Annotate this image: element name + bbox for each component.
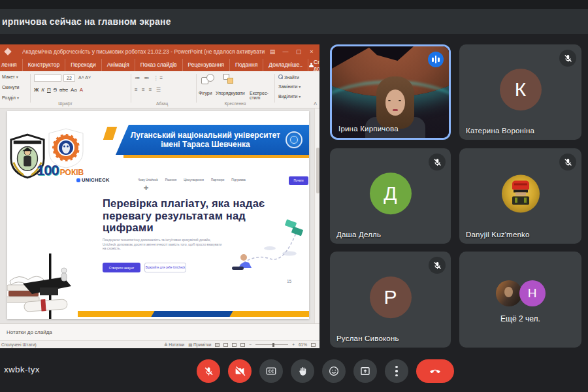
participant-tile-speaking[interactable]: Ірина Кирпичова (330, 44, 451, 140)
sorter-view-icon[interactable] (223, 343, 228, 347)
maximize-icon[interactable]: ▢ (292, 44, 305, 59)
end-call-button[interactable] (416, 359, 454, 383)
normal-view-icon[interactable] (215, 343, 220, 347)
notes-toggle[interactable]: ≜ Нотатки (164, 342, 184, 348)
avatar: Д (370, 172, 412, 214)
find-button[interactable]: Знайти (278, 74, 299, 80)
tab-view[interactable]: Подання (230, 59, 263, 71)
nav-item[interactable]: Рішення (165, 178, 177, 182)
discover-unicheck-button[interactable]: Відкрийте для себе Unicheck (144, 263, 186, 272)
replace-button[interactable]: Замінити ▾ (278, 84, 301, 89)
close-icon[interactable]: × (305, 44, 318, 59)
tab-transitions[interactable]: Переходи (65, 59, 102, 71)
zoom-level[interactable]: 61% (299, 342, 307, 347)
bullets-numbering-icons[interactable]: ≔ ≕ ⋮≡ (135, 75, 164, 81)
align-icons[interactable]: ≡ ≡ ≡ ☰ (135, 87, 162, 93)
camera-off-button[interactable] (228, 359, 252, 383)
start-button[interactable]: Почати (289, 176, 308, 185)
tab-design[interactable]: Конструктор (23, 59, 65, 71)
notes-pane[interactable]: Нотатки до слайда (0, 323, 319, 340)
kite-illustration (229, 210, 308, 276)
mic-off-icon (429, 154, 446, 171)
participant-name: Катерина Вороніна (466, 127, 534, 135)
arrange-button[interactable]: Упорядкувати (216, 91, 245, 95)
participant-name: Даша Делль (336, 231, 381, 238)
ppt-title-bar: Академічна доброчесність у письмових роб… (0, 44, 319, 59)
reactions-button[interactable] (322, 359, 346, 383)
nav-item[interactable]: Чому Unicheck (138, 178, 158, 182)
paragraph-group-label: Абзац (142, 101, 182, 106)
meeting-code: xwbk-tyx (4, 365, 40, 374)
unicheck-logo: UNICHECK (76, 177, 110, 183)
fit-to-window-icon[interactable] (311, 343, 316, 347)
banner-underline (123, 155, 309, 158)
captions-button[interactable] (259, 359, 283, 383)
zoom-slider[interactable] (255, 344, 288, 345)
avatar: Н (519, 280, 546, 306)
more-options-button[interactable] (385, 359, 408, 383)
slideshow-view-icon[interactable] (240, 343, 245, 347)
photo-avatar (496, 280, 522, 306)
ppt-window-title: Академічна доброчесність у письмових роб… (22, 48, 266, 55)
language-indicator[interactable]: Сполучені Штати) (1, 342, 37, 347)
font-size-input[interactable]: 22 (63, 74, 75, 82)
slide-canvas: 100 РОКІВ Луганський національний універ… (0, 108, 314, 323)
notification-text: ирпичова сейчас на главном экране (2, 16, 171, 27)
university-seal-icon (286, 131, 302, 148)
participant-name: Руслан Сивоконь (336, 335, 399, 342)
section-button[interactable]: Розділ ▾ (2, 95, 19, 100)
meet-window: ирпичова сейчас на главном экране Академ… (0, 0, 588, 392)
tab-insert-partial[interactable]: лення (0, 59, 23, 71)
university-banner: Луганський національний університет імен… (116, 125, 309, 155)
slide: 100 РОКІВ Луганський національний універ… (7, 111, 309, 319)
anniversary-word: РОКІВ (60, 168, 84, 177)
participant-tile[interactable]: Д Даша Делль (330, 148, 451, 244)
layout-button[interactable]: Макет ▾ (2, 74, 18, 79)
italic-icon: К (41, 87, 44, 93)
graduation-books-image (7, 253, 80, 319)
participant-tile[interactable]: К Катерина Вороніна (459, 44, 581, 140)
reading-view-icon[interactable] (232, 343, 237, 347)
mic-off-icon (559, 154, 576, 171)
slide-scrollbar[interactable] (314, 108, 319, 323)
search-icon (278, 74, 283, 79)
font-format-buttons[interactable]: ЖКПSabcAaA (34, 87, 86, 93)
case-icon: Aa (71, 87, 77, 93)
quick-styles-button[interactable]: Експрес-стилі (250, 91, 272, 100)
select-button[interactable]: Виділити ▾ (278, 94, 301, 99)
share-button[interactable]: Спільний доступ (308, 59, 319, 72)
participant-name: Danyjil Kuz'menko (466, 231, 530, 238)
shapes-button[interactable]: Фігури (199, 91, 212, 95)
zoom-in-icon[interactable]: + (292, 342, 295, 347)
reset-button[interactable]: Скинути (2, 85, 20, 90)
nav-item[interactable]: Підтримка (231, 178, 246, 182)
strikethrough-icon: abc (59, 87, 68, 93)
underline-icon: П (47, 87, 51, 93)
avatar: К (500, 69, 542, 110)
grow-shrink-font-icons[interactable]: A˄ A˅ (78, 75, 91, 80)
university-name: Луганський національний університет імен… (131, 131, 280, 149)
slide-footer-stripe (78, 311, 309, 317)
tab-slideshow[interactable]: Показ слайдів (135, 59, 183, 71)
font-group-label: Шрифт (46, 101, 85, 106)
minimize-icon[interactable]: — (279, 44, 292, 59)
overflow-tile[interactable]: Н Ещё 2 чел. (459, 252, 581, 348)
comments-toggle[interactable]: ▤ Примітки (188, 342, 211, 348)
participant-tile[interactable]: Danyjil Kuz'menko (459, 148, 581, 244)
tab-tell-me[interactable]: Докладніше.. (263, 59, 308, 71)
ribbon-options-icon[interactable]: ▤ (266, 44, 279, 59)
font-name-input[interactable] (34, 74, 61, 82)
tab-animations[interactable]: Анімація (102, 59, 135, 71)
zoom-out-icon[interactable]: − (249, 342, 252, 347)
create-account-button[interactable]: Створити акаунт (103, 263, 140, 272)
collapse-ribbon-icon[interactable]: ᐱ (314, 101, 317, 106)
tab-review[interactable]: Рецензування (183, 59, 230, 71)
participant-tile[interactable]: Р Руслан Сивоконь (330, 252, 451, 348)
nav-item[interactable]: Ціноутворення (184, 178, 204, 182)
mic-mute-button[interactable] (197, 359, 220, 383)
nav-item[interactable]: Партнери (211, 178, 224, 182)
raise-hand-button[interactable] (291, 359, 314, 383)
footer-stripe-blue (151, 311, 233, 317)
present-button[interactable] (353, 359, 377, 383)
slide-paragraph: Поєднуючи технологічну досконалість та і… (103, 238, 223, 251)
